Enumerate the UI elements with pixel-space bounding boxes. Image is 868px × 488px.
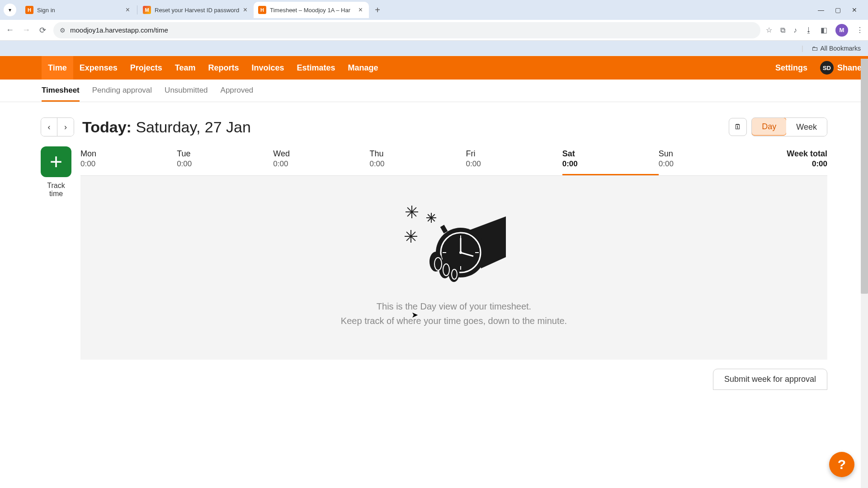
content: ‹ › Today: Saturday, 27 Jan 🗓 Day Week + bbox=[0, 102, 868, 390]
empty-state-text: This is the Day view of your timesheet. … bbox=[90, 299, 818, 328]
reload-button[interactable]: ⟳ bbox=[37, 25, 48, 36]
day-label: Wed bbox=[273, 149, 369, 159]
main-nav: Time Expenses Projects Team Reports Invo… bbox=[0, 56, 868, 80]
nav-reports[interactable]: Reports bbox=[202, 56, 245, 80]
profile-avatar[interactable]: M bbox=[835, 24, 848, 37]
day-label: Mon bbox=[80, 149, 177, 159]
browser-tab[interactable]: M Reset your Harvest ID password × bbox=[138, 2, 254, 18]
date-header: ‹ › Today: Saturday, 27 Jan 🗓 Day Week bbox=[41, 117, 827, 136]
browser-chrome: ▾ H Sign in × M Reset your Harvest ID pa… bbox=[0, 0, 868, 56]
date-nav-arrows: ‹ › bbox=[41, 117, 74, 136]
nav-projects[interactable]: Projects bbox=[124, 56, 169, 80]
user-avatar[interactable]: SD bbox=[820, 61, 834, 75]
week-total-label: Week total bbox=[755, 149, 827, 159]
sidepanel-icon[interactable]: ◧ bbox=[821, 26, 827, 34]
track-time-button[interactable]: + bbox=[41, 146, 71, 177]
week-total-value: 0:00 bbox=[755, 160, 827, 169]
week-total: Week total 0:00 bbox=[755, 146, 827, 175]
extensions-icon[interactable]: ⧉ bbox=[780, 26, 785, 34]
toolbar-actions: ☆ ⧉ ♪ ⭳ ◧ M ⋮ bbox=[766, 24, 863, 37]
view-week-button[interactable]: Week bbox=[786, 118, 827, 136]
next-day-button[interactable]: › bbox=[57, 118, 74, 136]
day-thu[interactable]: Thu 0:00 bbox=[369, 146, 466, 175]
tab-separator bbox=[137, 5, 137, 14]
close-icon[interactable]: × bbox=[124, 6, 132, 14]
day-wed[interactable]: Wed 0:00 bbox=[273, 146, 369, 175]
day-sat[interactable]: Sat 0:00 bbox=[562, 146, 659, 175]
nav-settings[interactable]: Settings bbox=[769, 56, 814, 80]
star-icon[interactable]: ☆ bbox=[766, 26, 772, 34]
empty-line-2: Keep track of where your time goes, down… bbox=[90, 314, 818, 328]
chevron-down-icon: ▾ bbox=[9, 7, 11, 13]
subnav-approved[interactable]: Approved bbox=[221, 86, 254, 102]
scrollbar-thumb[interactable] bbox=[861, 59, 868, 294]
day-label: Sun bbox=[659, 149, 755, 159]
days-header: Mon 0:00 Tue 0:00 Wed 0:00 Thu 0:00 Fri bbox=[80, 146, 827, 176]
downloads-icon[interactable]: ⭳ bbox=[805, 26, 812, 34]
minimize-icon[interactable]: — bbox=[818, 6, 824, 14]
plus-icon: + bbox=[50, 151, 62, 173]
address-bar[interactable]: ⚙ moodjoy1a.harvestapp.com/time bbox=[53, 22, 760, 38]
nav-invoices[interactable]: Invoices bbox=[245, 56, 291, 80]
kebab-menu-icon[interactable]: ⋮ bbox=[856, 26, 863, 34]
back-button[interactable]: ← bbox=[5, 25, 15, 36]
vertical-scrollbar[interactable] bbox=[861, 59, 868, 390]
chevron-left-icon: ‹ bbox=[48, 122, 51, 131]
forward-button[interactable]: → bbox=[21, 25, 32, 36]
window-controls: — ▢ ✕ bbox=[818, 6, 864, 14]
empty-line-1: This is the Day view of your timesheet. bbox=[90, 299, 818, 314]
sub-nav: Timesheet Pending approval Unsubmitted A… bbox=[0, 80, 868, 102]
new-tab-button[interactable]: + bbox=[371, 3, 384, 17]
day-label: Thu bbox=[369, 149, 466, 159]
prev-day-button[interactable]: ‹ bbox=[41, 118, 57, 136]
nav-team[interactable]: Team bbox=[169, 56, 202, 80]
bookmarks-bar: | 🗀 All Bookmarks bbox=[0, 41, 868, 56]
tab-title: Sign in bbox=[37, 7, 124, 14]
tab-search-dropdown[interactable]: ▾ bbox=[4, 4, 16, 16]
close-icon[interactable]: × bbox=[357, 6, 364, 14]
chevron-right-icon: › bbox=[64, 122, 67, 131]
submit-week-button[interactable]: Submit week for approval bbox=[713, 369, 827, 390]
nav-manage[interactable]: Manage bbox=[342, 56, 385, 80]
browser-tab[interactable]: H Sign in × bbox=[21, 2, 136, 18]
day-tue[interactable]: Tue 0:00 bbox=[177, 146, 273, 175]
maximize-icon[interactable]: ▢ bbox=[835, 6, 841, 14]
day-value: 0:00 bbox=[369, 160, 466, 169]
day-sun[interactable]: Sun 0:00 bbox=[659, 146, 755, 175]
nav-expenses[interactable]: Expenses bbox=[73, 56, 124, 80]
tracking-row: + Track time Mon 0:00 Tue 0:00 Wed 0:00 bbox=[41, 146, 827, 390]
nav-estimates[interactable]: Estimates bbox=[291, 56, 342, 80]
empty-state: This is the Day view of your timesheet. … bbox=[80, 176, 827, 360]
url-text: moodjoy1a.harvestapp.com/time bbox=[70, 26, 168, 34]
subnav-unsubmitted[interactable]: Unsubmitted bbox=[165, 86, 208, 102]
toolbar: ← → ⟳ ⚙ moodjoy1a.harvestapp.com/time ☆ … bbox=[0, 20, 868, 41]
calendar-button[interactable]: 🗓 bbox=[729, 118, 747, 136]
view-day-button[interactable]: Day bbox=[751, 117, 787, 136]
separator: | bbox=[802, 45, 803, 52]
playlist-icon[interactable]: ♪ bbox=[793, 26, 797, 34]
favicon-icon: H bbox=[25, 6, 33, 14]
day-mon[interactable]: Mon 0:00 bbox=[80, 146, 177, 175]
folder-icon: 🗀 bbox=[811, 45, 818, 52]
browser-tab-active[interactable]: H Timesheet – Moodjoy 1A – Har × bbox=[254, 2, 369, 18]
day-value: 0:00 bbox=[177, 160, 273, 169]
close-window-icon[interactable]: ✕ bbox=[852, 6, 857, 14]
close-icon[interactable]: × bbox=[241, 6, 249, 14]
subnav-timesheet[interactable]: Timesheet bbox=[42, 86, 80, 102]
view-controls: 🗓 Day Week bbox=[729, 117, 827, 136]
day-label: Tue bbox=[177, 149, 273, 159]
site-settings-icon[interactable]: ⚙ bbox=[60, 27, 66, 34]
track-column: + Track time bbox=[41, 146, 71, 198]
subnav-pending[interactable]: Pending approval bbox=[92, 86, 152, 102]
empty-state-illustration bbox=[402, 203, 506, 286]
all-bookmarks-link[interactable]: All Bookmarks bbox=[821, 45, 861, 52]
day-value: 0:00 bbox=[80, 160, 177, 169]
favicon-icon: M bbox=[143, 6, 151, 14]
day-value: 0:00 bbox=[659, 160, 755, 169]
days-grid: Mon 0:00 Tue 0:00 Wed 0:00 Thu 0:00 Fri bbox=[80, 146, 827, 390]
tab-bar: ▾ H Sign in × M Reset your Harvest ID pa… bbox=[0, 0, 868, 20]
day-fri[interactable]: Fri 0:00 bbox=[466, 146, 562, 175]
day-label: Sat bbox=[562, 149, 659, 159]
day-value: 0:00 bbox=[562, 160, 659, 169]
nav-time[interactable]: Time bbox=[42, 56, 73, 80]
